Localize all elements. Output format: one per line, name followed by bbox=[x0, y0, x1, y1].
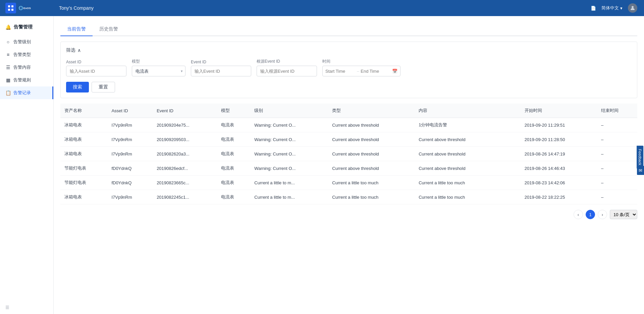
svg-rect-3 bbox=[11, 9, 13, 11]
col-event-id: Event ID bbox=[153, 104, 217, 118]
event-id-label: Event ID bbox=[191, 60, 251, 64]
cell-2-1: I7Vp9nRm bbox=[107, 147, 153, 161]
table-wrapper: 资产名称 Asset ID Event ID 模型 级别 类型 内容 开始时间 … bbox=[60, 104, 637, 204]
cell-3-5: Current above threshold bbox=[328, 161, 415, 176]
time-range: – 📅 bbox=[322, 66, 400, 76]
cell-4-7: 2019-08-23 14:42:06 bbox=[521, 176, 597, 190]
prev-page-button[interactable]: ‹ bbox=[574, 210, 583, 219]
grid-icon[interactable] bbox=[5, 3, 16, 13]
cell-4-2: 20190823665c... bbox=[153, 176, 217, 190]
cell-3-6: Current above threshold bbox=[415, 161, 521, 176]
table-row: 冰箱电表I7Vp9nRm201909209503...电流表Warning: C… bbox=[60, 132, 637, 147]
cell-4-6: Current a little too much bbox=[415, 176, 521, 190]
sidebar-item-alarm-level[interactable]: ○ 告警级别 bbox=[0, 36, 53, 48]
feedback-tab[interactable]: Feedback bbox=[637, 145, 643, 168]
end-time-input[interactable] bbox=[361, 69, 391, 74]
cell-2-6: Current above threshold bbox=[415, 147, 521, 161]
reset-button[interactable]: 重置 bbox=[92, 82, 115, 92]
cell-1-1: I7Vp9nRm bbox=[107, 132, 153, 147]
col-start-time: 开始时间 bbox=[521, 104, 597, 118]
doc-button[interactable]: 📄 bbox=[591, 6, 596, 11]
cell-3-2: 20190826edcf... bbox=[153, 161, 217, 176]
filter-row: Asset ID 模型 电流表 温度表 电压表 Event ID 根源Ev bbox=[66, 59, 632, 76]
alarm-rule-icon: ▦ bbox=[5, 77, 11, 83]
cell-4-5: Current a little too much bbox=[328, 176, 415, 190]
cell-1-4: Warning: Current O... bbox=[250, 132, 328, 147]
tab-bar: 当前告警 历史告警 bbox=[60, 23, 637, 36]
cell-3-7: 2019-08-26 14:46:43 bbox=[521, 161, 597, 176]
language-selector[interactable]: 简体中文 ▾ bbox=[601, 5, 623, 11]
col-content: 内容 bbox=[415, 104, 521, 118]
svg-point-4 bbox=[19, 6, 23, 10]
model-select-wrapper: 电流表 温度表 电压表 bbox=[132, 66, 185, 76]
cell-0-5: Current above threshold bbox=[328, 118, 415, 132]
time-field: 时间 – 📅 bbox=[322, 59, 400, 76]
language-label: 简体中文 bbox=[601, 5, 619, 11]
cell-5-6: Current a little too much bbox=[415, 190, 521, 204]
cell-0-0: 冰箱电表 bbox=[60, 118, 107, 132]
cell-4-4: Current a little to m... bbox=[250, 176, 328, 190]
cell-0-7: 2019-09-20 11:29:51 bbox=[521, 118, 597, 132]
mail-icon: ✉ bbox=[639, 168, 642, 173]
sidebar-item-alarm-rule[interactable]: ▦ 告警规则 bbox=[0, 74, 53, 86]
asset-id-input[interactable] bbox=[66, 66, 126, 76]
cell-0-8: – bbox=[597, 118, 637, 132]
avatar[interactable] bbox=[628, 3, 637, 13]
cell-0-2: 201909204e75... bbox=[153, 118, 217, 132]
asset-id-field: Asset ID bbox=[66, 60, 126, 76]
alarm-record-icon: 📋 bbox=[5, 90, 11, 96]
event-id-input[interactable] bbox=[191, 66, 251, 76]
model-select[interactable]: 电流表 温度表 电压表 bbox=[132, 66, 185, 76]
chevron-down-icon: ▾ bbox=[620, 6, 623, 11]
cell-1-6: Current above threshold bbox=[415, 132, 521, 147]
filter-toggle[interactable]: 筛选 ∧ bbox=[66, 47, 632, 53]
start-time-input[interactable] bbox=[325, 69, 356, 74]
root-event-id-input[interactable] bbox=[257, 66, 317, 76]
company-name: Tony's Company bbox=[59, 5, 591, 11]
cell-5-3: 电流表 bbox=[217, 190, 250, 204]
col-end-time: 结束时间 bbox=[597, 104, 637, 118]
cell-3-8: – bbox=[597, 161, 637, 176]
cell-2-3: 电流表 bbox=[217, 147, 250, 161]
sidebar-title-icon: 🔔 bbox=[5, 24, 11, 30]
logo-area: EnOS bbox=[0, 3, 54, 13]
cell-5-0: 冰箱电表 bbox=[60, 190, 107, 204]
cell-1-7: 2019-09-20 11:28:50 bbox=[521, 132, 597, 147]
tab-current-alarm[interactable]: 当前告警 bbox=[60, 23, 93, 36]
cell-2-0: 冰箱电表 bbox=[60, 147, 107, 161]
page-size-select[interactable]: 10 条/页 20 条/页 50 条/页 bbox=[610, 210, 637, 219]
table-row: 节能灯电表fD0YdnkQ20190823665c...电流表Current a… bbox=[60, 176, 637, 190]
search-button[interactable]: 搜索 bbox=[66, 82, 89, 92]
alarm-content-icon: ☰ bbox=[5, 65, 11, 70]
feedback-icon[interactable]: ✉ bbox=[637, 166, 644, 175]
cell-5-1: I7Vp9nRm bbox=[107, 190, 153, 204]
tab-history-alarm[interactable]: 历史告警 bbox=[93, 23, 125, 36]
cell-1-8: – bbox=[597, 132, 637, 147]
cell-5-2: 2019082245c1... bbox=[153, 190, 217, 204]
sidebar-title: 🔔 告警管理 bbox=[0, 20, 53, 36]
page-1-button[interactable]: 1 bbox=[586, 210, 595, 219]
topbar-right: 📄 简体中文 ▾ bbox=[591, 3, 644, 13]
sidebar-item-alarm-type[interactable]: ≡ 告警类型 bbox=[0, 48, 53, 61]
filter-toggle-icon: ∧ bbox=[77, 48, 81, 53]
cell-3-3: 电流表 bbox=[217, 161, 250, 176]
event-id-field: Event ID bbox=[191, 60, 251, 76]
alarm-type-icon: ≡ bbox=[5, 52, 11, 57]
svg-rect-0 bbox=[8, 5, 10, 7]
next-page-button[interactable]: › bbox=[598, 210, 607, 219]
collapse-icon: ☰ bbox=[5, 305, 9, 310]
brand-logo: EnOS bbox=[19, 5, 36, 11]
root-event-id-label: 根源Event ID bbox=[257, 59, 317, 64]
cell-1-5: Current above threshold bbox=[328, 132, 415, 147]
cell-2-2: 2019082620a3... bbox=[153, 147, 217, 161]
sidebar-item-alarm-record[interactable]: 📋 告警记录 bbox=[0, 86, 53, 99]
cell-5-4: Current a little to m... bbox=[250, 190, 328, 204]
table-row: 节能灯电表fD0YdnkQ20190826edcf...电流表Warning: … bbox=[60, 161, 637, 176]
sidebar-item-alarm-content[interactable]: ☰ 告警内容 bbox=[0, 61, 53, 74]
cell-3-4: Warning: Current O... bbox=[250, 161, 328, 176]
sidebar-collapse[interactable]: ☰ bbox=[0, 301, 53, 314]
cell-0-4: Warning: Current O... bbox=[250, 118, 328, 132]
cell-0-3: 电流表 bbox=[217, 118, 250, 132]
model-label: 模型 bbox=[132, 59, 185, 64]
col-level: 级别 bbox=[250, 104, 328, 118]
